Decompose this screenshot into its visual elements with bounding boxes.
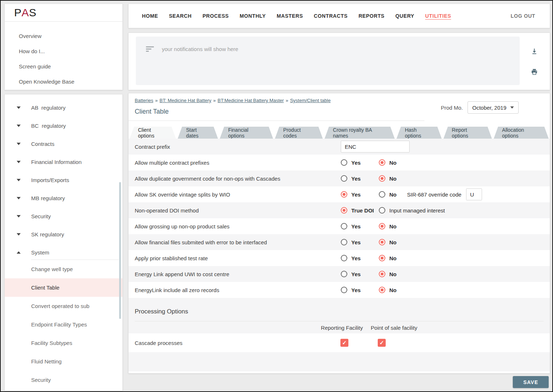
- row-allow-grossing-up-non-op-product-sales: Allow grossing up non-op product sales Y…: [129, 218, 550, 234]
- sidebar-link-open-knowledge-base[interactable]: Open Knowledge Base: [5, 74, 122, 89]
- radio-yes[interactable]: [341, 271, 347, 277]
- radio-no[interactable]: [379, 159, 385, 166]
- radio-yes-label: Yes: [351, 191, 361, 198]
- row-apply-prior-stablished-test-rate: Apply prior stablished test rate Yes No: [129, 250, 550, 266]
- notifications-panel: your notifications will show here: [128, 33, 550, 90]
- tree-item-contracts[interactable]: Contracts: [5, 135, 122, 153]
- radio-true-doi[interactable]: [341, 207, 347, 214]
- tree-item-ab-regulatory[interactable]: AB regulatory: [5, 98, 122, 117]
- form-row-label: Apply prior stablished test rate: [129, 255, 341, 261]
- form-row-label: Non-operated DOI method: [129, 207, 341, 214]
- tree-item-label: SK regulatory: [31, 231, 64, 237]
- tab-report-options[interactable]: Report options: [444, 127, 492, 139]
- sidebar-link-screen-guide[interactable]: Screen guide: [5, 59, 122, 74]
- radio-yes[interactable]: [341, 191, 347, 198]
- tree-child-convert-operated-to-sub[interactable]: Convert operated to sub: [5, 297, 122, 315]
- caret-down-icon: [17, 106, 22, 109]
- radio-yes-label: Yes: [351, 271, 361, 277]
- contract-prefix-input[interactable]: [341, 141, 410, 153]
- print-icon[interactable]: [531, 68, 538, 77]
- logout-button[interactable]: LOG OUT: [511, 13, 535, 19]
- reporting-facility-checkbox[interactable]: [340, 339, 348, 347]
- row-allow-multiple-contract-prefixes: Allow multiple contract prefixes Yes No: [129, 155, 550, 170]
- tree-item-mb-regulatory[interactable]: MB regulatory: [5, 189, 122, 207]
- tab-allocation-options[interactable]: Allocation options: [494, 127, 549, 139]
- nav-monthly[interactable]: MONTHLY: [240, 13, 266, 19]
- prod-month-select[interactable]: October, 2019: [468, 101, 519, 114]
- caret-down-icon: [17, 197, 22, 199]
- radio-yes-label: Yes: [351, 255, 361, 261]
- tree-item-sk-regulatory[interactable]: SK regulatory: [5, 225, 122, 243]
- radio-yes-label: Yes: [351, 239, 361, 245]
- breadcrumb-link-batteries[interactable]: Batteries: [135, 98, 153, 103]
- form-row-label: Allow financial files submited with erro…: [129, 239, 341, 245]
- radio-no[interactable]: [379, 223, 385, 229]
- caret-down-icon: [510, 106, 514, 109]
- radio-yes[interactable]: [341, 223, 347, 229]
- sidebar-link-how-do-i[interactable]: How do I...: [5, 43, 122, 59]
- section-filler: [129, 352, 550, 371]
- radio-no[interactable]: [379, 239, 385, 245]
- tree-child-change-well-type[interactable]: Change well type: [5, 260, 122, 278]
- tab-client-options[interactable]: Client options: [130, 127, 176, 139]
- radio-yes[interactable]: [341, 175, 347, 182]
- form-row-label: Energy Link append UWI to cost centre: [129, 271, 341, 277]
- column-point-of-sale-facility: Point of sale facility: [369, 324, 419, 330]
- tree-item-financial-information[interactable]: Financial Information: [5, 153, 122, 171]
- logo-letter-a: A: [22, 7, 29, 19]
- tab-start-dates[interactable]: Start dates: [178, 127, 218, 139]
- sidebar-scrollbar[interactable]: [119, 182, 121, 319]
- form-row-label: Allow grossing up non-op product sales: [129, 223, 341, 229]
- tree-item-label: System: [31, 249, 49, 256]
- caret-down-icon: [17, 125, 22, 127]
- row-allow-sk-override-vintage-splits: Allow SK override vintage splits by WIO …: [129, 186, 550, 202]
- nav-search[interactable]: SEARCH: [169, 13, 192, 19]
- tree-child-endpoint-facility-types[interactable]: Endpoint Facility Types: [5, 315, 122, 334]
- radio-yes[interactable]: [341, 287, 347, 293]
- tab-crown-royalty-ba-names[interactable]: Crown royalty BA names: [324, 127, 395, 139]
- radio-yes[interactable]: [341, 239, 347, 245]
- radio-no[interactable]: [379, 255, 385, 261]
- tree-child-client-table[interactable]: Client Table: [5, 278, 122, 297]
- radio-no-label: No: [389, 176, 397, 182]
- sidebar-link-overview[interactable]: Overview: [5, 28, 122, 43]
- tab-bar: Client options Start dates Financial opt…: [129, 127, 550, 139]
- nav-utilities[interactable]: UTILITIES: [425, 13, 451, 19]
- tree-item-security[interactable]: Security: [5, 207, 122, 225]
- tree-child-facility-subtypes[interactable]: Facility Subtypes: [5, 334, 122, 352]
- nav-contracts[interactable]: CONTRACTS: [314, 13, 348, 19]
- breadcrumb-link-battery[interactable]: BT: Medicine Hat Battery: [160, 98, 211, 103]
- nav-home[interactable]: HOME: [142, 13, 158, 19]
- radio-no[interactable]: [379, 191, 385, 198]
- nav-process[interactable]: PROCESS: [202, 13, 229, 19]
- radio-no[interactable]: [379, 287, 385, 293]
- radio-yes[interactable]: [341, 159, 347, 166]
- breadcrumb-link-system-client-table[interactable]: System/Client table: [290, 98, 331, 103]
- tab-hash-options[interactable]: Hash options: [397, 127, 442, 139]
- tree-child-fluid-netting[interactable]: Fluid Netting: [5, 352, 122, 371]
- radio-no[interactable]: [379, 175, 385, 182]
- sidebar-tree-card: AB regulatory BC regulatory Contracts Fi…: [4, 94, 123, 391]
- radio-yes[interactable]: [341, 255, 347, 261]
- save-button[interactable]: SAVE: [513, 376, 549, 388]
- point-of-sale-facility-checkbox[interactable]: [378, 339, 386, 347]
- radio-input-managed-interest[interactable]: [379, 207, 385, 214]
- sir-687-override-code-input[interactable]: [466, 189, 482, 201]
- notifications-placeholder: your notifications will show here: [162, 46, 238, 52]
- nav-reports[interactable]: REPORTS: [359, 13, 385, 19]
- breadcrumb-link-battery-master[interactable]: BT:Medicine Hat Battery Master: [218, 98, 284, 103]
- tab-product-codes[interactable]: Product codes: [275, 127, 323, 139]
- download-icon[interactable]: [531, 47, 538, 56]
- nav-masters[interactable]: MASTERS: [277, 13, 303, 19]
- tree-child-security[interactable]: Security: [5, 371, 122, 389]
- radio-no[interactable]: [379, 271, 385, 277]
- breadcrumb-separator: »: [286, 98, 288, 103]
- tree-item-system[interactable]: System: [5, 243, 122, 261]
- logo-letter-s: S: [29, 7, 37, 19]
- form-row-label: Contract prefix: [129, 144, 341, 150]
- notifications-box: your notifications will show here: [136, 37, 520, 85]
- tab-financial-options[interactable]: Financial options: [220, 127, 273, 139]
- nav-query[interactable]: QUERY: [395, 13, 414, 19]
- tree-item-imports-exports[interactable]: Imports/Exports: [5, 171, 122, 189]
- tree-item-bc-regulatory[interactable]: BC regulatory: [5, 117, 122, 135]
